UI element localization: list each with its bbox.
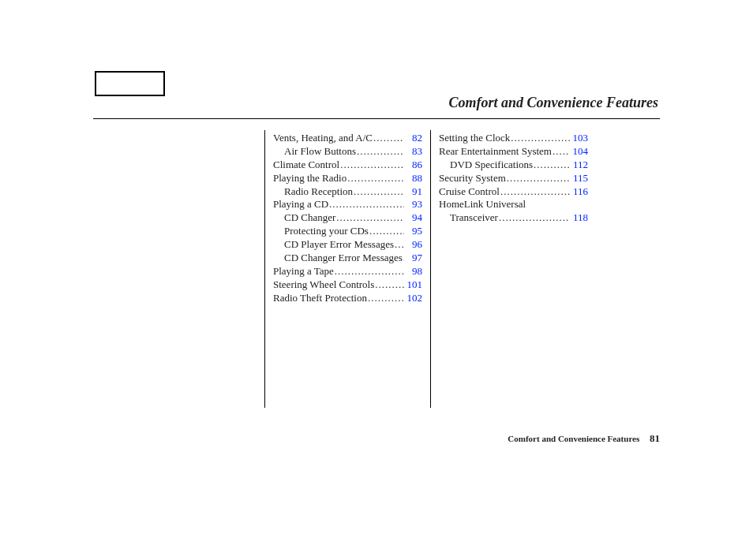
horizontal-rule (93, 118, 660, 119)
toc-page-link[interactable]: 115 (571, 172, 588, 185)
logo-placeholder (95, 71, 165, 96)
toc-entry: HomeLink Universal (439, 198, 588, 211)
toc-page-link[interactable]: 104 (571, 145, 588, 159)
toc-page-link[interactable]: 101 (405, 278, 422, 292)
toc-page-link[interactable]: 86 (405, 159, 422, 172)
toc-page-link[interactable]: 97 (405, 252, 422, 265)
toc-columns: Vents, Heating, and A/C82Air Flow Button… (264, 130, 596, 408)
toc-leader-dots (368, 292, 404, 305)
toc-leader-dots (553, 145, 570, 159)
toc-page-link[interactable]: 118 (571, 211, 588, 225)
section-title: Comfort and Convenience Features (448, 95, 658, 111)
toc-label: Playing the Radio (273, 172, 347, 185)
toc-label: Air Flow Buttons (284, 145, 356, 159)
toc-page-link[interactable]: 83 (405, 145, 422, 159)
toc-label: Cruise Control (439, 185, 500, 199)
page: Comfort and Convenience Features Vents, … (0, 0, 753, 560)
toc-entry: Vents, Heating, and A/C82 (273, 132, 422, 145)
toc-page-link[interactable]: 88 (405, 172, 422, 185)
toc-entry: CD Changer Error Messages97 (273, 252, 422, 265)
toc-label: Climate Control (273, 159, 339, 172)
toc-page-link[interactable]: 95 (405, 225, 422, 238)
toc-label: Protecting your CDs (284, 225, 369, 238)
toc-label: CD Changer Error Messages (284, 252, 403, 265)
toc-entry: Setting the Clock103 (439, 132, 588, 145)
toc-label: HomeLink Universal (439, 198, 526, 210)
toc-label: DVD Specifications (450, 159, 533, 172)
toc-page-link[interactable]: 98 (405, 265, 422, 278)
toc-entry: Steering Wheel Controls101 (273, 278, 422, 292)
toc-page-link[interactable]: 102 (405, 292, 422, 305)
toc-label: Security System (439, 172, 506, 185)
toc-label: CD Player Error Messages (284, 238, 394, 252)
toc-label: Radio Theft Protection (273, 292, 367, 305)
toc-leader-dots (336, 211, 404, 225)
toc-entry: Playing the Radio88 (273, 172, 422, 185)
toc-leader-dots (534, 159, 570, 172)
toc-label: Playing a Tape (273, 265, 334, 278)
toc-entry: Radio Theft Protection102 (273, 292, 422, 305)
page-footer: Comfort and Convenience Features 81 (508, 432, 660, 445)
toc-label: Vents, Heating, and A/C (273, 132, 373, 145)
toc-label: Transceiver (450, 211, 498, 225)
toc-leader-dots (375, 278, 404, 292)
toc-leader-dots (507, 172, 570, 185)
toc-page-link[interactable]: 82 (405, 132, 422, 145)
toc-label: Radio Reception (284, 185, 353, 199)
toc-entry: DVD Specifications112 (439, 159, 588, 172)
toc-page-link[interactable]: 96 (405, 238, 422, 252)
footer-page-number: 81 (650, 432, 660, 444)
toc-entry: Playing a Tape98 (273, 265, 422, 278)
footer-label: Comfort and Convenience Features (508, 434, 639, 443)
toc-entry: Protecting your CDs95 (273, 225, 422, 238)
toc-page-link[interactable]: 93 (405, 198, 422, 211)
toc-leader-dots (500, 185, 570, 199)
toc-page-link[interactable]: 103 (571, 132, 588, 145)
toc-leader-dots (403, 252, 404, 265)
toc-entry: Security System115 (439, 172, 588, 185)
toc-entry: Rear Entertainment System104 (439, 145, 588, 159)
toc-leader-dots (340, 159, 404, 172)
toc-label: Setting the Clock (439, 132, 510, 145)
toc-leader-dots (369, 225, 404, 238)
toc-leader-dots (395, 238, 404, 252)
toc-leader-dots (335, 265, 404, 278)
toc-column-left: Vents, Heating, and A/C82Air Flow Button… (264, 130, 430, 408)
toc-entry: Radio Reception91 (273, 185, 422, 199)
toc-entry: CD Player Error Messages96 (273, 238, 422, 252)
toc-leader-dots (329, 198, 404, 211)
toc-entry: CD Changer94 (273, 211, 422, 225)
toc-entry: Climate Control86 (273, 159, 422, 172)
toc-entry: Cruise Control116 (439, 185, 588, 199)
toc-leader-dots (511, 132, 570, 145)
toc-label: CD Changer (284, 211, 335, 225)
toc-column-right: Setting the Clock103Rear Entertainment S… (430, 130, 596, 408)
toc-leader-dots (347, 172, 404, 185)
toc-page-link[interactable]: 94 (405, 211, 422, 225)
toc-entry: Playing a CD93 (273, 198, 422, 211)
toc-label: Playing a CD (273, 198, 328, 211)
toc-label: Rear Entertainment System (439, 145, 552, 159)
toc-page-link[interactable]: 91 (405, 185, 422, 199)
toc-label: Steering Wheel Controls (273, 278, 374, 292)
toc-leader-dots (357, 145, 404, 159)
toc-page-link[interactable]: 116 (571, 185, 588, 199)
toc-leader-dots (354, 185, 404, 199)
toc-page-link[interactable]: 112 (571, 159, 588, 172)
toc-leader-dots (499, 211, 570, 225)
toc-entry: Transceiver118 (439, 211, 588, 225)
toc-entry: Air Flow Buttons83 (273, 145, 422, 159)
toc-leader-dots (373, 132, 404, 145)
